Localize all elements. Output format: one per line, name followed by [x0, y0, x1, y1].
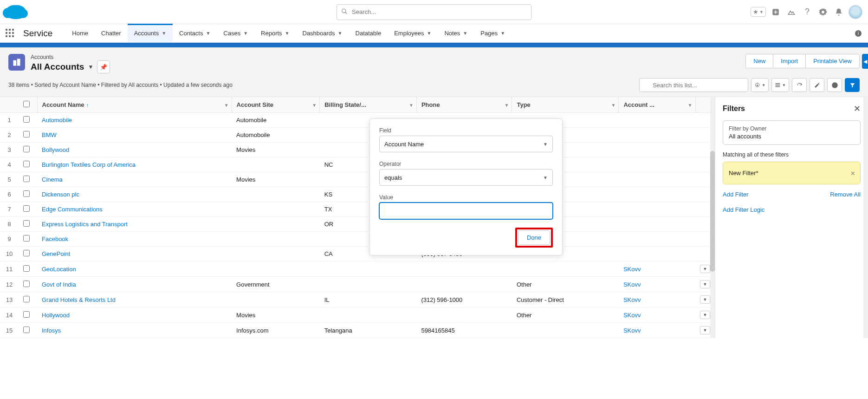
owner-link[interactable]: SKovv [623, 327, 641, 334]
account-name-link[interactable]: Edge Communications [42, 206, 103, 213]
row-checkbox[interactable] [23, 220, 30, 227]
row-actions-button[interactable]: ▼ [700, 265, 710, 273]
user-avatar[interactable] [849, 5, 862, 19]
col-header[interactable]: Account ...▼ [619, 97, 695, 113]
close-filters-icon[interactable]: ✕ [854, 104, 861, 114]
row-actions-button[interactable]: ▼ [700, 295, 710, 304]
row-checkbox[interactable] [23, 265, 30, 272]
row-checkbox[interactable] [23, 161, 30, 167]
account-name-link[interactable]: Facebook [42, 235, 68, 242]
filter-value-input[interactable] [379, 203, 553, 219]
salesforce-logo[interactable] [6, 5, 26, 19]
chevron-down-icon[interactable]: ▼ [611, 102, 616, 107]
remove-filter-icon[interactable]: ✕ [850, 170, 855, 177]
favorites-button[interactable]: ★▼ [751, 7, 766, 17]
display-as-button[interactable]: ▼ [771, 78, 789, 92]
select-all-checkbox[interactable] [23, 101, 30, 107]
app-launcher-icon[interactable] [6, 29, 15, 38]
owner-link[interactable]: SKovv [623, 266, 641, 273]
add-icon[interactable] [770, 6, 782, 18]
nav-pages[interactable]: Pages▼ [474, 24, 512, 42]
chevron-down-icon[interactable]: ▼ [312, 102, 317, 107]
chevron-down-icon[interactable]: ▼ [688, 102, 693, 107]
nav-cases[interactable]: Cases▼ [217, 24, 254, 42]
owner-link[interactable]: SKovv [623, 312, 641, 319]
row-checkbox[interactable] [23, 296, 30, 302]
new-button[interactable]: New [746, 54, 773, 68]
chart-button[interactable] [827, 78, 842, 92]
col-header[interactable]: Type▼ [512, 97, 619, 113]
col-header[interactable]: Billing State/...▼ [320, 97, 417, 113]
row-checkbox[interactable] [23, 116, 30, 123]
notifications-bell-icon[interactable] [833, 6, 845, 18]
nav-chatter[interactable]: Chatter [95, 24, 128, 42]
account-name-link[interactable]: Burlington Textiles Corp of America [42, 161, 136, 168]
remove-all-link[interactable]: Remove All [830, 191, 861, 198]
account-name-link[interactable]: GeoLocation [42, 266, 76, 273]
row-checkbox[interactable] [23, 250, 30, 256]
account-name-link[interactable]: Govt of India [42, 281, 76, 288]
info-icon[interactable]: i [855, 30, 862, 37]
row-actions-button[interactable]: ▼ [700, 326, 710, 334]
account-name-link[interactable]: Hollywood [42, 312, 70, 319]
pin-list-button[interactable]: 📌 [97, 60, 110, 73]
nav-datatable[interactable]: Datatable [349, 24, 388, 42]
scrollbar-thumb[interactable] [710, 151, 715, 272]
account-name-link[interactable]: Infosys [42, 327, 61, 334]
nav-dashboards[interactable]: Dashboards▼ [296, 24, 349, 42]
setup-gear-icon[interactable] [817, 6, 829, 18]
row-actions-button[interactable]: ▼ [700, 311, 710, 319]
filter-by-owner-card[interactable]: Filter by Owner All accounts [723, 120, 861, 145]
row-checkbox[interactable] [23, 176, 30, 182]
col-header[interactable]: Phone▼ [416, 97, 512, 113]
edit-list-button[interactable] [810, 78, 824, 92]
row-checkbox[interactable] [23, 146, 30, 152]
new-filter-pill[interactable]: New Filter* ✕ [723, 162, 861, 184]
nav-accounts[interactable]: Accounts▼ [128, 24, 173, 42]
row-checkbox[interactable] [23, 235, 30, 242]
list-view-name[interactable]: All Accounts [31, 62, 84, 72]
operator-select[interactable]: equals▼ [379, 169, 553, 186]
row-checkbox[interactable] [23, 327, 30, 333]
account-name-link[interactable]: Cinema [42, 176, 63, 183]
row-checkbox[interactable] [23, 205, 30, 212]
row-actions-button[interactable]: ▼ [700, 280, 710, 288]
account-name-link[interactable]: Automobile [42, 117, 72, 124]
account-name-link[interactable]: Grand Hotels & Resorts Ltd [42, 296, 116, 303]
field-select[interactable]: Account Name▼ [379, 136, 553, 152]
list-view-switcher-icon[interactable]: ▼ [88, 64, 93, 70]
account-name-link[interactable]: Bollywood [42, 146, 69, 153]
filter-button[interactable] [845, 78, 860, 92]
printable-view-button[interactable]: Printable View [805, 54, 859, 68]
list-search-input[interactable] [639, 78, 748, 92]
add-filter-logic-link[interactable]: Add Filter Logic [723, 206, 861, 213]
chevron-down-icon[interactable]: ▼ [409, 102, 414, 107]
account-name-link[interactable]: BMW [42, 131, 57, 138]
col-header[interactable]: Account Site▼ [232, 97, 320, 113]
nav-employees[interactable]: Employees▼ [388, 24, 438, 42]
add-filter-link[interactable]: Add Filter [723, 191, 749, 198]
owner-link[interactable]: SKovv [623, 281, 641, 288]
owner-link[interactable]: SKovv [623, 296, 641, 303]
global-search-input[interactable] [337, 4, 531, 20]
nav-home[interactable]: Home [65, 24, 95, 42]
trailhead-icon[interactable] [785, 6, 797, 18]
refresh-button[interactable] [792, 78, 807, 92]
import-button[interactable]: Import [773, 54, 805, 68]
row-checkbox[interactable] [23, 190, 30, 197]
nav-contacts[interactable]: Contacts▼ [173, 24, 217, 42]
account-name-link[interactable]: GenePoint [42, 250, 70, 257]
done-button[interactable]: Done [518, 230, 550, 245]
row-checkbox[interactable] [23, 131, 30, 137]
row-checkbox[interactable] [23, 281, 30, 287]
chevron-down-icon[interactable]: ▼ [224, 102, 229, 107]
account-name-link[interactable]: Dickenson plc [42, 191, 79, 198]
nav-notes[interactable]: Notes▼ [438, 24, 474, 42]
list-view-controls-button[interactable]: ▼ [751, 78, 769, 92]
row-checkbox[interactable] [23, 311, 30, 318]
account-name-link[interactable]: Express Logistics and Transport [42, 221, 128, 228]
col-header[interactable]: Account Name↑▼ [37, 97, 232, 113]
expand-sidebar-button[interactable]: ◀ [862, 54, 868, 69]
chevron-down-icon[interactable]: ▼ [505, 102, 509, 107]
help-icon[interactable]: ? [801, 6, 813, 18]
